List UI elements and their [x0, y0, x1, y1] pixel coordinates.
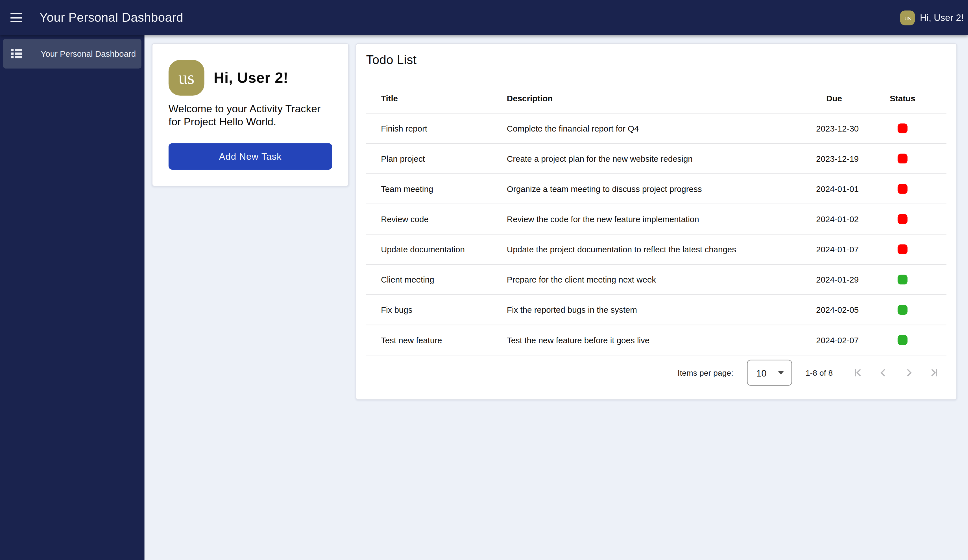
app: Your Personal Dashboard us Hi, User 2! Y…	[0, 0, 968, 560]
todo-list-title: Todo List	[366, 53, 946, 67]
todo-table-body: Finish report Complete the financial rep…	[366, 113, 946, 355]
avatar: us	[900, 10, 915, 25]
table-row: Finish report Complete the financial rep…	[366, 113, 946, 144]
column-header-description: Description	[492, 93, 799, 103]
app-title: Your Personal Dashboard	[40, 10, 183, 25]
last-page-button[interactable]	[921, 360, 946, 385]
items-per-page-label: Items per page:	[678, 368, 733, 378]
sidebar-item-label: Your Personal Dashboard	[41, 49, 136, 58]
table-row: Team meeting Organize a team meeting to …	[366, 174, 946, 204]
todo-due-cell: 2024-01-02	[799, 215, 859, 224]
sidebar-item-dashboard[interactable]: Your Personal Dashboard	[3, 39, 141, 69]
status-chip	[898, 214, 907, 224]
next-page-button[interactable]	[896, 360, 921, 385]
todo-description-cell: Organize a team meeting to discuss proje…	[492, 184, 799, 194]
welcome-card: us Hi, User 2! Welcome to your Activity …	[152, 43, 349, 186]
page-size-select[interactable]: 10	[747, 360, 792, 386]
table-row: Plan project Create a project plan for t…	[366, 144, 946, 174]
todo-title-cell: Review code	[366, 215, 492, 224]
chevron-right-icon	[902, 367, 915, 379]
first-page-icon	[852, 367, 864, 379]
status-chip	[898, 305, 907, 315]
table-row: Review code Review the code for the new …	[366, 204, 946, 235]
todo-due-cell: 2024-01-07	[799, 245, 859, 254]
todo-due-cell: 2023-12-30	[799, 124, 859, 133]
status-chip	[898, 275, 907, 284]
user-chip: us Hi, User 2!	[900, 10, 964, 25]
first-page-button[interactable]	[845, 360, 870, 385]
main-content: us Hi, User 2! Welcome to your Activity …	[144, 35, 968, 560]
sidebar: Your Personal Dashboard	[0, 35, 144, 560]
todo-title-cell: Test new feature	[366, 335, 492, 345]
todo-title-cell: Update documentation	[366, 245, 492, 254]
welcome-message: Welcome to your Activity Tracker for Pro…	[169, 103, 332, 128]
todo-due-cell: 2023-12-19	[799, 154, 859, 163]
top-navbar: Your Personal Dashboard us Hi, User 2!	[0, 0, 968, 35]
avatar-large: us	[169, 60, 204, 96]
list-icon	[11, 49, 22, 59]
todo-description-cell: Create a project plan for the new websit…	[492, 154, 799, 163]
chevron-left-icon	[877, 367, 889, 379]
todo-description-cell: Test the new feature before it goes live	[492, 335, 799, 345]
todo-table: Title Description Due Status Finish repo…	[366, 83, 946, 355]
todo-description-cell: Prepare for the client meeting next week	[492, 275, 799, 284]
status-chip	[898, 154, 907, 163]
column-header-title: Title	[366, 93, 492, 103]
status-chip	[898, 124, 907, 133]
table-row: Fix bugs Fix the reported bugs in the sy…	[366, 295, 946, 325]
todo-description-cell: Fix the reported bugs in the system	[492, 305, 799, 315]
add-new-task-button[interactable]: Add New Task	[169, 143, 332, 170]
status-chip	[898, 335, 907, 345]
user-greeting: Hi, User 2!	[920, 12, 964, 23]
page-size-value: 10	[756, 368, 766, 378]
todo-due-cell: 2024-02-07	[799, 335, 859, 345]
todo-title-cell: Client meeting	[366, 275, 492, 284]
todo-description-cell: Complete the financial report for Q4	[492, 124, 799, 133]
todo-title-cell: Team meeting	[366, 184, 492, 194]
status-chip	[898, 244, 907, 254]
last-page-icon	[928, 367, 940, 379]
paginator: Items per page: 10 1-8 of 8	[366, 355, 946, 390]
todo-due-cell: 2024-01-29	[799, 275, 859, 284]
column-header-status: Status	[859, 93, 946, 103]
todo-description-cell: Review the code for the new feature impl…	[492, 215, 799, 224]
status-chip	[898, 184, 907, 194]
todo-due-cell: 2024-02-05	[799, 305, 859, 315]
todo-due-cell: 2024-01-01	[799, 184, 859, 194]
table-row: Update documentation Update the project …	[366, 235, 946, 265]
table-header-row: Title Description Due Status	[366, 83, 946, 113]
page-range-label: 1-8 of 8	[806, 368, 833, 378]
table-row: Test new feature Test the new feature be…	[366, 325, 946, 355]
previous-page-button[interactable]	[870, 360, 896, 385]
todo-title-cell: Fix bugs	[366, 305, 492, 315]
table-row: Client meeting Prepare for the client me…	[366, 265, 946, 295]
column-header-due: Due	[799, 93, 859, 103]
dropdown-arrow-icon	[778, 371, 784, 374]
todo-description-cell: Update the project documentation to refl…	[492, 245, 799, 254]
todo-title-cell: Finish report	[366, 124, 492, 133]
greeting-heading: Hi, User 2!	[214, 69, 288, 86]
hamburger-menu-icon[interactable]	[10, 13, 23, 22]
todo-title-cell: Plan project	[366, 154, 492, 163]
todo-card: Todo List Title Description Due Status F…	[356, 43, 957, 400]
